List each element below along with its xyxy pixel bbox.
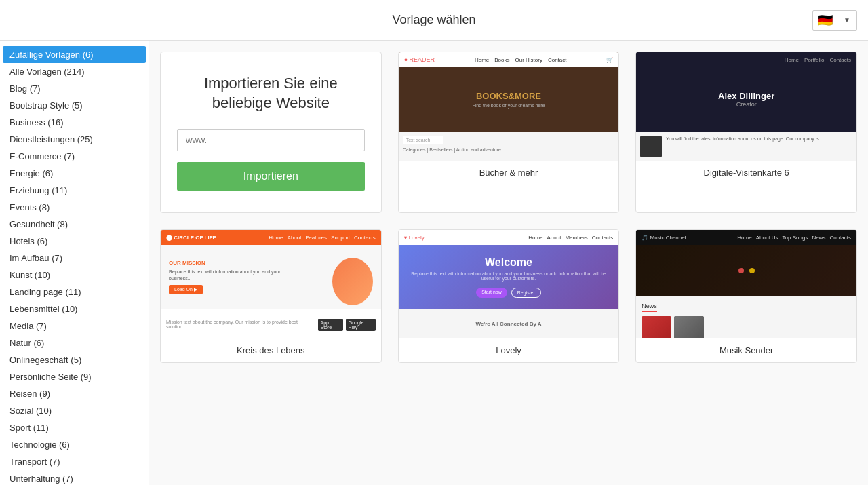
- sidebar-item-kunst[interactable]: Kunst (10): [0, 267, 149, 284]
- thumb-nav-lovely: ♥ Lovely HomeAboutMembersContacts: [399, 230, 619, 245]
- lang-dropdown-arrow[interactable]: ▼: [837, 11, 856, 30]
- template-thumb-kreis: ⬤ CIRCLE OF LIFE HomeAboutFeaturesSuppor…: [161, 230, 381, 338]
- template-thumb-buecher: ● READER HomeBooksOur HistoryContact 🛒 B…: [399, 52, 619, 161]
- thumb-body: Text search Categories | Bestsellers | A…: [399, 132, 619, 161]
- thumb-hero-lovely: Welcome Replace this text with informati…: [399, 245, 619, 309]
- sidebar-item-erziehung[interactable]: Erziehung (11): [0, 182, 149, 199]
- import-button[interactable]: Importieren: [177, 162, 365, 191]
- template-card-musik[interactable]: 🎵 Music Channel HomeAbout UsTop SongsNew…: [635, 229, 857, 363]
- template-card-lovely[interactable]: ♥ Lovely HomeAboutMembersContacts Welcom…: [398, 229, 620, 363]
- sidebar-item-business[interactable]: Business (16): [0, 114, 149, 131]
- thumb-nav: ● READER HomeBooksOur HistoryContact 🛒: [399, 52, 619, 67]
- sidebar-item-sport[interactable]: Sport (11): [0, 419, 149, 436]
- thumb-hero-vk: Alex Dillinger Creator: [636, 67, 856, 132]
- template-thumb-musik: 🎵 Music Channel HomeAbout UsTop SongsNew…: [636, 230, 856, 338]
- kreis-circle-graphic: [332, 258, 373, 305]
- template-grid-area: Importieren Sie eine beliebige Website I…: [149, 41, 868, 485]
- sidebar-item-im-aufbau[interactable]: Im Aufbau (7): [0, 250, 149, 267]
- import-card-title: Importieren Sie eine beliebige Website: [177, 74, 365, 113]
- template-grid: Importieren Sie eine beliebige Website I…: [160, 52, 857, 363]
- sidebar-item-gesundheit[interactable]: Gesundheit (8): [0, 216, 149, 233]
- sidebar-item-technologie[interactable]: Technologie (6): [0, 436, 149, 453]
- thumb-body-lovely: We're All Connected By A: [399, 309, 619, 338]
- import-card: Importieren Sie eine beliebige Website I…: [160, 52, 382, 213]
- sidebar-item-zufaellige[interactable]: Zufällige Vorlagen (6): [3, 46, 146, 63]
- sidebar-item-landing-page[interactable]: Landing page (11): [0, 284, 149, 300]
- thumb-hero-musik: [636, 245, 856, 296]
- sidebar-item-media[interactable]: Media (7): [0, 317, 149, 334]
- language-selector[interactable]: 🇩🇪 ▼: [812, 10, 857, 31]
- thumb-news-musik: News: [636, 296, 856, 338]
- thumb-nav-musik: 🎵 Music Channel HomeAbout UsTop SongsNew…: [636, 230, 856, 245]
- main-layout: Zufällige Vorlagen (6)Alle Vorlagen (214…: [0, 41, 868, 485]
- sidebar-item-events[interactable]: Events (8): [0, 199, 149, 216]
- thumb-vk-img: [640, 136, 662, 157]
- sidebar-item-reisen[interactable]: Reisen (9): [0, 385, 149, 402]
- category-sidebar: Zufällige Vorlagen (6)Alle Vorlagen (214…: [0, 41, 149, 485]
- template-card-visitenkarte[interactable]: HomePortfolioContacts Alex Dillinger Cre…: [635, 52, 857, 213]
- template-name-kreis: Kreis des Lebens: [161, 338, 381, 362]
- thumb-body-kreis: Mission text about the company. Our miss…: [161, 309, 381, 338]
- sidebar-item-unterhaltung[interactable]: Unterhaltung (7): [0, 470, 149, 485]
- sidebar-item-lebensmittel[interactable]: Lebensmittel (10): [0, 300, 149, 317]
- thumb-nav-kreis: ⬤ CIRCLE OF LIFE HomeAboutFeaturesSuppor…: [161, 230, 381, 245]
- sidebar-item-dienstleistungen[interactable]: Dienstleistungen (25): [0, 131, 149, 148]
- sidebar-item-blog[interactable]: Blog (7): [0, 80, 149, 97]
- thumb-nav-vk: HomePortfolioContacts: [636, 52, 856, 67]
- flag-icon: 🇩🇪: [813, 11, 837, 30]
- sidebar-item-bootstrap[interactable]: Bootstrap Style (5): [0, 97, 149, 114]
- sidebar-item-hotels[interactable]: Hotels (6): [0, 233, 149, 250]
- sidebar-item-alle[interactable]: Alle Vorlagen (214): [0, 63, 149, 80]
- template-card-buecher[interactable]: ● READER HomeBooksOur HistoryContact 🛒 B…: [398, 52, 620, 213]
- template-card-kreis[interactable]: ⬤ CIRCLE OF LIFE HomeAboutFeaturesSuppor…: [160, 229, 382, 363]
- template-thumb-lovely: ♥ Lovely HomeAboutMembersContacts Welcom…: [399, 230, 619, 338]
- template-name-visitenkarte: Digitale-Visitenkarte 6: [636, 161, 856, 185]
- sidebar-item-energie[interactable]: Energie (6): [0, 165, 149, 182]
- thumb-body-vk: You will find the latest information abo…: [636, 132, 856, 161]
- sidebar-item-natur[interactable]: Natur (6): [0, 334, 149, 351]
- thumb-hero: BOOKS&MORE Find the book of your dreams …: [399, 67, 619, 132]
- page-title: Vorlage wählen: [392, 13, 475, 27]
- sidebar-item-ecommerce[interactable]: E-Commerce (7): [0, 148, 149, 165]
- sidebar-item-persoenliche[interactable]: Persönliche Seite (9): [0, 368, 149, 385]
- template-name-lovely: Lovely: [399, 338, 619, 362]
- sidebar-item-onlinegeschaeft[interactable]: Onlinegeschäft (5): [0, 351, 149, 368]
- thumb-hero-kreis: OUR MISSION Replace this text with infor…: [161, 245, 381, 309]
- template-name-musik: Musik Sender: [636, 338, 856, 362]
- sidebar-item-transport[interactable]: Transport (7): [0, 453, 149, 470]
- template-thumb-visitenkarte: HomePortfolioContacts Alex Dillinger Cre…: [636, 52, 856, 161]
- template-name-buecher: Bücher & mehr: [399, 161, 619, 185]
- header: Vorlage wählen 🇩🇪 ▼: [0, 0, 868, 41]
- import-url-input[interactable]: [177, 129, 365, 151]
- sidebar-item-sozial[interactable]: Sozial (10): [0, 402, 149, 419]
